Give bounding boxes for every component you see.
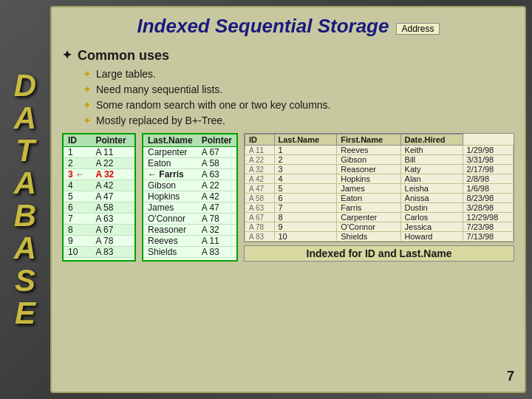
dt-first: Alan (400, 174, 463, 184)
dt-id: 6 (274, 194, 337, 203)
idx-ptr: A 11 (91, 147, 134, 158)
page-number: 7 (507, 369, 514, 384)
table-row: 9A 78 (64, 236, 134, 247)
dt-first: Howard (400, 232, 463, 242)
bottom-tables-area: ID Pointer 1A 11 2A 22 3 ←A 32 4A 42 5A … (62, 133, 514, 262)
dt-id: 2 (274, 155, 337, 165)
idx-id: 1 (64, 147, 91, 158)
table-row: GibsonA 22 (143, 180, 236, 191)
seq-name: Reeves (143, 236, 197, 247)
address-label: Address (396, 23, 439, 35)
seq-name: O'Connor (143, 214, 197, 225)
dt-date: 7/13/98 (463, 232, 513, 242)
data-table-container: ID Last.Name First.Name Date.Hired A 11 … (244, 133, 514, 262)
dt-date: 1/29/98 (463, 146, 513, 155)
table-row: ReevesA 11 (143, 236, 236, 247)
dt-first: Jessica (400, 222, 463, 232)
table-row: 6A 58 (64, 202, 134, 214)
bullet-4: ✦ Mostly replaced by B+-Tree. (83, 113, 514, 129)
dt-first: Bill (400, 155, 463, 165)
db-letter-t: T (16, 134, 35, 167)
common-uses-star: ✦ (62, 48, 72, 62)
dt-last: O'Connor (337, 222, 400, 232)
table-row: HopkinsA 42 (143, 191, 236, 202)
dt-id: 1 (274, 146, 337, 155)
bullet-3: ✦ Some random search with one or two key… (83, 98, 514, 113)
dt-col-date: Date.Hired (400, 134, 463, 146)
data-table: ID Last.Name First.Name Date.Hired A 11 … (244, 133, 514, 242)
dt-last: Eaton (337, 194, 400, 203)
idx-ptr: A 63 (91, 214, 134, 225)
idx-id: 4 (64, 180, 91, 191)
dt-date: 1/6/98 (463, 184, 513, 194)
bullet-text-4: Mostly replaced by B+-Tree. (96, 113, 225, 129)
dt-addr: A 58 (245, 194, 274, 203)
idx-id: 2 (64, 158, 91, 169)
dt-first: Keith (400, 146, 463, 155)
db-letter-s: S (15, 265, 35, 297)
idx-ptr: A 58 (91, 202, 134, 214)
table-row: JamesA 47 (143, 202, 236, 214)
seq-table: Last.Name Pointer CarpenterA 67 EatonA 5… (142, 133, 238, 262)
idx-ptr: A 78 (91, 236, 134, 247)
dt-addr: A 42 (245, 174, 274, 184)
dt-last: James (337, 184, 400, 194)
dt-id: 3 (274, 165, 337, 174)
seq-name: Hopkins (143, 191, 197, 202)
dt-first: Anissa (400, 194, 463, 203)
seq-name: Shields (143, 247, 197, 258)
common-uses-section: ✦ Common uses (62, 48, 514, 64)
table-row: A 58 6 Eaton Anissa 8/23/98 (245, 194, 514, 203)
table-row: 4A 42 (64, 180, 134, 191)
data-table-body: A 11 1 Reeves Keith 1/29/98 A 22 2 Gibso… (245, 146, 514, 242)
table-row: O'ConnorA 78 (143, 214, 236, 225)
table-row: A 63 7 Farris Dustin 3/28/98 (245, 203, 514, 213)
db-letter-a1: A (14, 102, 36, 134)
dt-addr: A 83 (245, 232, 274, 242)
idx-id-arrow: 3 ← (64, 169, 91, 180)
dt-addr: A 11 (245, 146, 274, 155)
bullet-star-3: ✦ (83, 98, 93, 113)
dt-addr: A 22 (245, 155, 274, 165)
dt-id: 8 (274, 213, 337, 222)
table-row: 3 ←A 32 (64, 169, 134, 180)
idx-id: 10 (64, 247, 91, 258)
dt-first: Dustin (400, 203, 463, 213)
db-letter-a2: A (14, 167, 36, 200)
dt-col-firstname: First.Name (337, 134, 400, 146)
table-row: A 11 1 Reeves Keith 1/29/98 (245, 146, 514, 155)
bullet-text-3: Some random search with one or two key c… (96, 98, 330, 113)
table-row: A 83 10 Shields Howard 7/13/98 (245, 232, 514, 242)
dt-last: Gibson (337, 155, 400, 165)
table-row: A 67 8 Carpenter Carlos 12/29/98 (245, 213, 514, 222)
db-letter-d: D (14, 69, 36, 102)
dt-date: 12/29/98 (463, 213, 513, 222)
seq-name-arrow: ← Farris (143, 169, 197, 180)
idx-ptr: A 47 (91, 191, 134, 202)
seq-ptr: A 78 (197, 214, 236, 225)
seq-ptr: A 11 (197, 236, 236, 247)
seq-ptr: A 58 (197, 158, 236, 169)
bullet-2: ✦ Need many sequential lists. (83, 82, 514, 98)
sidebar-database-letters: D A T A B A S E (0, 0, 50, 399)
dt-id: 10 (274, 232, 337, 242)
idx-id: 7 (64, 214, 91, 225)
seq-ptr: A 83 (197, 247, 236, 258)
common-uses-header: Common uses (78, 48, 169, 64)
table-row: ← FarrisA 63 (143, 169, 236, 180)
seq-ptr: A 42 (197, 191, 236, 202)
bullet-1: ✦ Large tables. (83, 66, 514, 82)
table-row: A 22 2 Gibson Bill 3/31/98 (245, 155, 514, 165)
dt-first: Katy (400, 165, 463, 174)
seq-name: Gibson (143, 180, 197, 191)
dt-last: Carpenter (337, 213, 400, 222)
index-col-id: ID (64, 134, 91, 147)
dt-date: 3/28/98 (463, 203, 513, 213)
seq-name: Eaton (143, 158, 197, 169)
seq-ptr: A 47 (197, 202, 236, 214)
table-row: ReasonerA 32 (143, 225, 236, 236)
table-row: 1A 11 (64, 147, 134, 158)
dt-addr: A 67 (245, 213, 274, 222)
dt-addr: A 78 (245, 222, 274, 232)
bullet-star-4: ✦ (83, 113, 93, 129)
